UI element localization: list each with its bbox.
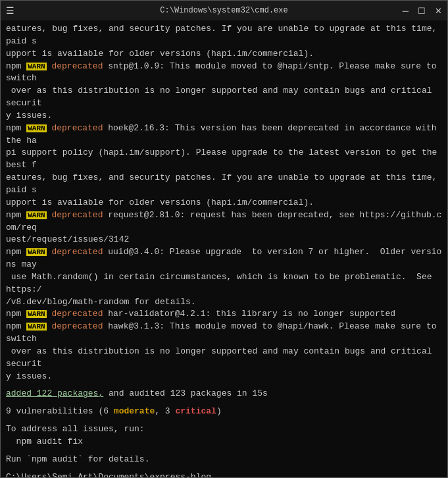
terminal-line: use Math.random() in certain circumstanc… [6,271,442,296]
terminal-line: npm WARN deprecated request@2.81.0: requ… [6,209,442,234]
terminal-line: upport is available for older versions (… [6,48,442,61]
titlebar-controls: ─ ☐ ✕ [403,7,442,15]
terminal-line: added 122 packages, and audited 123 pack… [6,388,442,400]
blank-line [6,448,442,454]
terminal-line: y issues. [6,110,442,122]
terminal-line: pi support policy (hapi.im/support). Ple… [6,147,442,172]
blank-line [6,466,442,471]
minimize-button[interactable]: ─ [403,7,409,15]
titlebar: ☰ C:\Windows\system32\cmd.exe ─ ☐ ✕ [1,1,447,20]
terminal-line: y issues. [6,371,442,383]
close-button[interactable]: ✕ [435,7,442,15]
terminal-line: over as this distribution is no longer s… [6,346,442,371]
terminal-line: Run `npm audit` for details. [6,454,442,466]
terminal-line: npm WARN deprecated uuid@3.4.0: Please u… [6,246,442,271]
blank-line [6,400,442,406]
terminal-line: npm audit fix [6,436,442,448]
added-packages-highlight: added 122 packages, [6,388,103,398]
blank-line [6,418,442,423]
moderate-label: moderate [114,406,155,416]
terminal-output[interactable]: eatures, bug fixes, and security patches… [1,20,447,477]
menu-icon[interactable]: ☰ [6,5,14,16]
terminal-line: To address all issues, run: [6,423,442,436]
warn-badge: WARN [26,211,46,219]
terminal-line: npm WARN deprecated sntp@1.0.9: This mod… [6,61,442,86]
warn-badge: WARN [26,323,46,331]
terminal-line: uest/request/issues/3142 [6,234,442,246]
warn-badge: WARN [26,63,46,70]
terminal-line: /v8.dev/blog/math-random for details. [6,296,442,309]
titlebar-left: ☰ [6,5,14,16]
critical-label: critical [175,406,216,416]
warn-badge: WARN [26,248,46,256]
terminal-line: C:\Users\Semi Art\Documents\express-blog [6,471,442,477]
terminal-line: eatures, bug fixes, and security patches… [6,172,442,197]
terminal-line: npm WARN deprecated hoek@2.16.3: This ve… [6,122,442,147]
blank-line [6,383,442,388]
terminal-line: eatures, bug fixes, and security patches… [6,23,442,48]
window-title: C:\Windows\system32\cmd.exe [160,6,287,15]
terminal-line: npm WARN deprecated har-validator@4.2.1:… [6,308,442,321]
terminal-line: over as this distribution is no longer s… [6,85,442,110]
warn-badge: WARN [26,310,46,318]
terminal-line: npm WARN deprecated hawk@3.1.3: This mod… [6,321,442,346]
warn-badge: WARN [26,124,46,132]
terminal-line: upport is available for older versions (… [6,197,442,209]
maximize-button[interactable]: ☐ [418,7,426,15]
terminal-line: 9 vulnerabilities (6 moderate, 3 critica… [6,406,442,418]
cmd-window: ☰ C:\Windows\system32\cmd.exe ─ ☐ ✕ eatu… [0,0,448,478]
